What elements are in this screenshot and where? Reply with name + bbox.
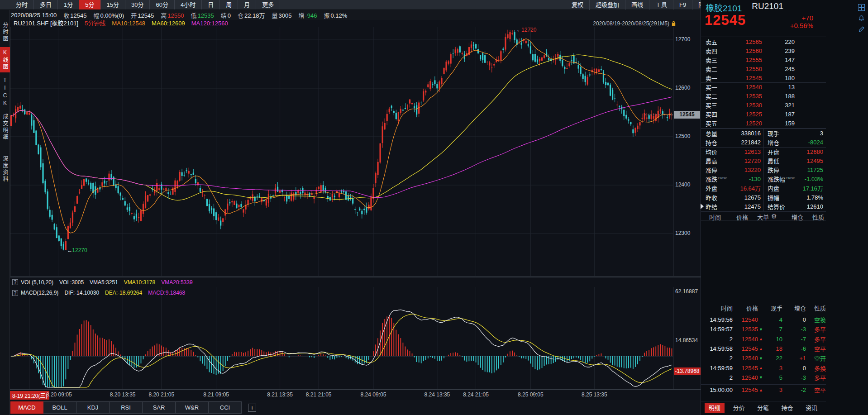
order-book-row[interactable]: 卖一12545180 <box>701 73 826 82</box>
period-tab-60分[interactable]: 60分 <box>150 0 174 10</box>
period-tab-周[interactable]: 周 <box>220 0 238 10</box>
indicator-tab-RSI[interactable]: RSI <box>110 401 143 414</box>
indicator-params: VOL(5,10,20) <box>21 279 53 286</box>
order-book-row[interactable]: 卖四12560239 <box>701 46 826 55</box>
indicator-tab-MACD[interactable]: MACD <box>10 401 43 414</box>
trade-nature: 多平 <box>806 325 826 334</box>
order-book-row[interactable]: 卖三12555147 <box>701 55 826 64</box>
bell-icon[interactable] <box>857 13 866 24</box>
trade-row[interactable]: 212540▼22+1空开 <box>701 353 826 363</box>
trade-row[interactable]: 14:59:561254040空换 <box>701 315 826 324</box>
toolbar-button-F9[interactable]: F9 <box>673 0 692 10</box>
period-tab-分时[interactable]: 分时 <box>10 0 34 10</box>
indicator-tab-CCI[interactable]: CCI <box>209 401 242 414</box>
stat-cell: 持仓221842 <box>701 138 764 147</box>
indicator-tab-BOLL[interactable]: BOLL <box>43 401 76 414</box>
add-indicator-icon[interactable]: + <box>248 404 256 412</box>
stat-label: 外盘 <box>706 184 717 192</box>
trade-volume: 3 <box>764 386 782 393</box>
edit-pencil-icon[interactable] <box>857 24 866 34</box>
panel-tab-分价[interactable]: 分价 <box>729 403 749 413</box>
candlestick-chart[interactable]: ←12270←12720 <box>10 27 701 277</box>
period-tab-月[interactable]: 月 <box>238 0 256 10</box>
sidebar-item-TICK[interactable]: TICK <box>0 77 10 105</box>
status-value: 12535 <box>198 12 214 19</box>
toolbar-button-工具[interactable]: 工具 <box>649 0 673 10</box>
order-book-row[interactable]: 买三12530321 <box>701 100 826 110</box>
panel-tab-资讯[interactable]: 资讯 <box>801 403 821 413</box>
period-tab-更多[interactable]: 更多 <box>256 0 280 10</box>
time-axis-label: 8.25 13:35 <box>578 391 610 398</box>
panel-tab-持仓[interactable]: 持仓 <box>777 403 797 413</box>
stat-cell: 振幅1.78% <box>764 193 826 202</box>
order-book-row[interactable]: 买一1254013 <box>701 82 826 91</box>
toolbar-button-复权[interactable]: 复权 <box>566 0 590 10</box>
indicator-params: MACD(12,26,9) <box>21 290 58 296</box>
period-tab-4小时[interactable]: 4小时 <box>175 0 202 10</box>
macd-indicator-row[interactable]: ?MACD(12,26,9)DIF:-14.10030DEA:-18.69264… <box>10 289 508 297</box>
period-tab-1分[interactable]: 1分 <box>58 0 79 10</box>
sidebar-item-成交明细[interactable]: 成交明细 <box>0 109 10 146</box>
status-label: 增 <box>298 12 304 19</box>
status-field: 开12545 <box>131 11 154 19</box>
trade-list[interactable]: 14:59:561254040空换14:59:5712535▼7-3多平2125… <box>701 315 826 395</box>
trade-row[interactable]: 14:59:5912545▲30多换 <box>701 363 826 372</box>
vol-help-icon[interactable]: ? <box>12 279 18 285</box>
trade-volume: 5 <box>764 374 782 381</box>
stat-label: 均价 <box>706 148 717 156</box>
period-tab-多日[interactable]: 多日 <box>34 0 58 10</box>
trade-row[interactable]: 14:59:5712535▼7-3多平 <box>701 324 826 334</box>
indicator-tab-KDJ[interactable]: KDJ <box>76 401 110 414</box>
stat-value: 17.16万 <box>779 184 823 192</box>
macd-help-icon[interactable]: ? <box>12 290 18 296</box>
price-axis-label: 12600 <box>675 85 701 91</box>
price-axis-label: 12400 <box>675 181 701 188</box>
order-book-row[interactable]: 买四12525187 <box>701 110 826 119</box>
change-percent: +0.56% <box>769 22 813 29</box>
contract-code: RU2101 <box>728 1 783 11</box>
period-tab-15分[interactable]: 15分 <box>101 0 125 10</box>
book-volume: 13 <box>762 84 795 91</box>
add-icon[interactable] <box>857 2 866 13</box>
period-tab-日[interactable]: 日 <box>202 0 220 10</box>
status-label: 振 <box>324 12 329 19</box>
macd-chart[interactable] <box>10 287 701 389</box>
panel-collapse-handle[interactable] <box>701 204 704 209</box>
stat-label: 结算价 <box>768 202 785 211</box>
gear-icon[interactable]: ⚙ <box>771 213 777 220</box>
trade-row[interactable]: 15:00:0012545▲3-2空平 <box>701 384 826 395</box>
period-tab-30分[interactable]: 30分 <box>125 0 150 10</box>
period-tab-5分[interactable]: 5分 <box>79 0 100 10</box>
panel-tab-分笔[interactable]: 分笔 <box>753 403 773 413</box>
sidebar-item-分时图[interactable]: 分时图 <box>0 21 10 43</box>
indicator-tab-W&R[interactable]: W&R <box>176 401 209 414</box>
trade-row[interactable]: 212540▼5-3多平 <box>701 373 826 382</box>
sidebar-item-K线图[interactable]: K线图 <box>0 47 10 72</box>
book-level-label: 卖四 <box>706 47 723 55</box>
toolbar-button-超级叠加[interactable]: 超级叠加 <box>590 0 625 10</box>
lock-icon[interactable] <box>671 20 676 26</box>
trade-price: 12540 <box>733 355 758 362</box>
toolbar-button-画线[interactable]: 画线 <box>625 0 649 10</box>
volume-indicator-row[interactable]: ?VOL(5,10,20)VOL:3005VMA5:3251VMA10:3178… <box>10 277 701 287</box>
book-level-label: 卖一 <box>706 74 723 82</box>
order-book-row[interactable]: 买二12535188 <box>701 91 826 100</box>
sidebar-item-深度资料[interactable]: 深度资料 <box>0 149 10 189</box>
book-price: 12565 <box>723 38 762 45</box>
indicator-tab-SAR[interactable]: SAR <box>143 401 176 414</box>
book-level-label: 买四 <box>706 110 723 119</box>
trade-row[interactable]: 212540▲10-7多平 <box>701 334 826 344</box>
order-book-row[interactable]: 卖五12565220 <box>701 37 826 46</box>
stat-cell: 涨跌幅Close-1.03% <box>764 174 826 183</box>
panel-tab-明细[interactable]: 明细 <box>705 403 725 413</box>
big-order-col-时间: 时间 <box>709 213 721 221</box>
period-toolbar: 分时多日1分5分15分30分60分4小时日周月更多 复权超级叠加画线工具F9隐藏… <box>0 0 701 10</box>
indicator-value: DIF:-14.10030 <box>64 290 99 296</box>
chart-header: RU2101.SHF [橡胶2101]5分钟线MA10:12548MA60:12… <box>10 20 701 27</box>
chart-range-label: 2020/08/19-2020/08/25(291M5) <box>593 20 676 27</box>
order-book-row[interactable]: 买五12520159 <box>701 119 826 128</box>
stat-value: 3 <box>779 130 823 137</box>
trade-up-arrow-icon: ▲ <box>758 366 764 370</box>
trade-row[interactable]: 14:59:5812545▲18-6空平 <box>701 344 826 353</box>
order-book-row[interactable]: 卖二12550245 <box>701 64 826 73</box>
